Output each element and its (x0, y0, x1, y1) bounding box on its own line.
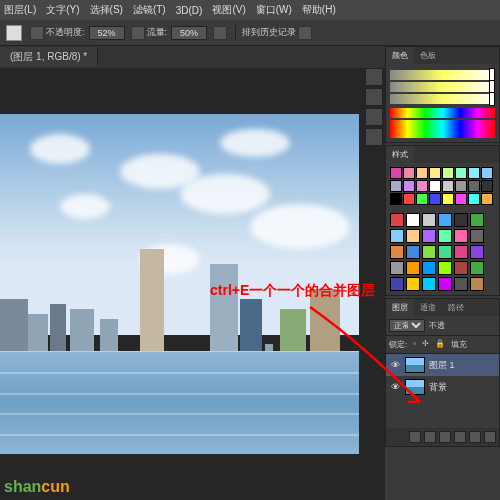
flow-field[interactable]: 50% (171, 26, 207, 40)
color-swatch[interactable] (416, 180, 428, 192)
style-grid (386, 209, 499, 295)
menu-help[interactable]: 帮助(H) (302, 3, 336, 17)
style-preset[interactable] (406, 213, 420, 227)
color-swatch[interactable] (455, 193, 467, 205)
style-preset[interactable] (422, 229, 436, 243)
color-swatch[interactable] (442, 180, 454, 192)
color-swatch[interactable] (403, 167, 415, 179)
color-swatch[interactable] (390, 167, 402, 179)
color-swatch[interactable] (403, 180, 415, 192)
style-preset[interactable] (454, 277, 468, 291)
style-preset[interactable] (390, 213, 404, 227)
panel-icon[interactable] (365, 88, 383, 106)
menu-layer[interactable]: 图层(L) (4, 3, 36, 17)
watermark-shancun: shancun (4, 478, 70, 496)
new-layer-icon[interactable] (469, 431, 481, 443)
color-swatch[interactable] (429, 193, 441, 205)
pressure-opacity-icon[interactable] (131, 26, 145, 40)
style-preset[interactable] (470, 245, 484, 259)
color-swatch[interactable] (481, 193, 493, 205)
color-swatch[interactable] (416, 167, 428, 179)
menu-view[interactable]: 视图(V) (212, 3, 245, 17)
menu-select[interactable]: 选择(S) (90, 3, 123, 17)
style-preset[interactable] (470, 277, 484, 291)
document-tab[interactable]: (图层 1, RGB/8) * (0, 47, 98, 67)
style-preset[interactable] (422, 245, 436, 259)
hue-strip[interactable] (390, 108, 495, 118)
style-preset[interactable] (438, 229, 452, 243)
style-preset[interactable] (406, 277, 420, 291)
color-swatch[interactable] (455, 180, 467, 192)
menu-3d[interactable]: 3D(D) (176, 5, 203, 16)
color-swatch[interactable] (468, 193, 480, 205)
opacity-field[interactable]: 52% (89, 26, 125, 40)
annotation-arrow (300, 302, 440, 422)
layers-footer (386, 428, 499, 446)
menu-text[interactable]: 文字(Y) (46, 3, 79, 17)
style-preset[interactable] (406, 245, 420, 259)
airbrush-icon[interactable] (213, 26, 227, 40)
style-preset[interactable] (422, 261, 436, 275)
menu-filter[interactable]: 滤镜(T) (133, 3, 166, 17)
flow-label: 流量: (147, 26, 168, 39)
trash-icon[interactable] (484, 431, 496, 443)
style-preset[interactable] (390, 229, 404, 243)
color-swatch[interactable] (403, 193, 415, 205)
style-preset[interactable] (454, 229, 468, 243)
color-swatch[interactable] (481, 180, 493, 192)
style-preset[interactable] (470, 229, 484, 243)
color-slider-3[interactable] (390, 94, 495, 104)
color-slider-1[interactable] (390, 70, 495, 80)
style-preset[interactable] (406, 261, 420, 275)
brush-preset-picker[interactable] (30, 26, 44, 40)
history-label: 排到历史记录 (242, 26, 296, 39)
panel-icon[interactable] (365, 68, 383, 86)
foreground-swatch[interactable] (6, 25, 22, 41)
tab-color[interactable]: 颜色 (386, 47, 414, 64)
style-preset[interactable] (454, 213, 468, 227)
history-brush-icon[interactable] (298, 26, 312, 40)
color-swatch[interactable] (390, 193, 402, 205)
color-swatch[interactable] (468, 180, 480, 192)
style-preset[interactable] (406, 229, 420, 243)
style-preset[interactable] (422, 277, 436, 291)
color-swatch[interactable] (481, 167, 493, 179)
color-swatch[interactable] (468, 167, 480, 179)
menu-window[interactable]: 窗口(W) (256, 3, 292, 17)
color-swatch[interactable] (429, 180, 441, 192)
style-preset[interactable] (454, 245, 468, 259)
style-preset[interactable] (390, 261, 404, 275)
style-preset[interactable] (470, 213, 484, 227)
collapsed-panel-icons (363, 66, 385, 148)
color-swatch[interactable] (442, 193, 454, 205)
mask-icon[interactable] (424, 431, 436, 443)
swatch-grid (386, 163, 499, 209)
style-preset[interactable] (438, 261, 452, 275)
panel-icon[interactable] (365, 128, 383, 146)
style-preset[interactable] (454, 261, 468, 275)
color-swatch[interactable] (416, 193, 428, 205)
style-preset[interactable] (390, 245, 404, 259)
group-icon[interactable] (454, 431, 466, 443)
style-preset[interactable] (422, 213, 436, 227)
style-preset[interactable] (470, 261, 484, 275)
spectrum-strip[interactable] (390, 120, 495, 138)
tab-paths[interactable]: 路径 (442, 299, 470, 316)
color-swatch[interactable] (455, 167, 467, 179)
tab-styles[interactable]: 样式 (386, 146, 414, 163)
style-preset[interactable] (390, 277, 404, 291)
color-swatch[interactable] (442, 167, 454, 179)
adjustment-icon[interactable] (439, 431, 451, 443)
color-slider-2[interactable] (390, 82, 495, 92)
color-panel: 颜色 色板 (385, 46, 500, 143)
tab-swatches[interactable]: 色板 (414, 47, 442, 64)
annotation-text: ctrl+E一个一个的合并图层 (210, 282, 375, 300)
color-swatch[interactable] (390, 180, 402, 192)
panel-icon[interactable] (365, 108, 383, 126)
style-preset[interactable] (438, 277, 452, 291)
color-swatch[interactable] (429, 167, 441, 179)
fill-label: 填充 (451, 339, 467, 350)
fx-icon[interactable] (409, 431, 421, 443)
style-preset[interactable] (438, 245, 452, 259)
style-preset[interactable] (438, 213, 452, 227)
